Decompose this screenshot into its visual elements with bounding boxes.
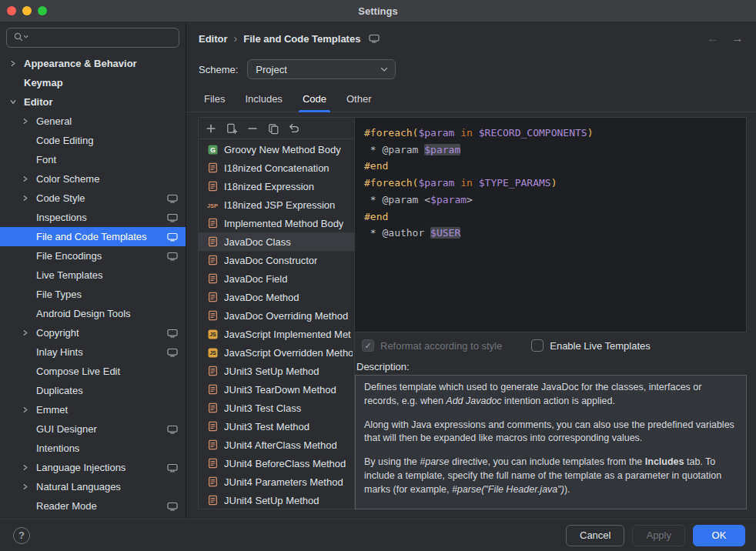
- ok-button[interactable]: OK: [693, 525, 745, 546]
- sidebar-item-reader-mode[interactable]: Reader Mode: [0, 496, 186, 516]
- sidebar-item-natural-languages[interactable]: Natural Languages: [0, 477, 186, 496]
- template-item-i18nized-concatenation[interactable]: I18nized Concatenation: [199, 159, 354, 177]
- template-item-implemented-method-body[interactable]: Implemented Method Body: [199, 214, 354, 232]
- template-item-junit3-setup-method[interactable]: JUnit3 SetUp Method: [199, 362, 354, 380]
- code-line: #foreach($param in $RECORD_COMPONENTS): [364, 125, 737, 142]
- chevron-right-icon[interactable]: [22, 195, 36, 202]
- chevron-right-icon[interactable]: [22, 464, 36, 471]
- add-icon[interactable]: [203, 121, 219, 136]
- sidebar-item-file-and-code-templates[interactable]: File and Code Templates: [0, 227, 186, 246]
- scheme-select[interactable]: Project: [247, 59, 396, 79]
- template-item-junit4-beforeclass-method[interactable]: JUnit4 BeforeClass Method: [199, 454, 354, 473]
- sidebar-item-gui-designer[interactable]: GUI Designer: [0, 419, 186, 439]
- chevron-right-icon[interactable]: [22, 329, 36, 336]
- template-item-javascript-overridden-metho[interactable]: JSJavaScript Overridden Metho: [199, 343, 354, 362]
- enable-live-templates-checkbox[interactable]: Enable Live Templates: [531, 339, 651, 352]
- breadcrumb-item-file-and-code-templates[interactable]: File and Code Templates: [243, 33, 360, 45]
- footer-buttons: CancelApplyOK: [566, 525, 745, 546]
- sidebar-item-live-templates[interactable]: Live Templates: [0, 265, 186, 285]
- template-item-junit4-setup-method[interactable]: JUnit4 SetUp Method: [199, 491, 354, 509]
- code-line: #foreach($param in $TYPE_PARAMS): [364, 175, 737, 192]
- template-item-javadoc-constructor[interactable]: JavaDoc Constructor: [199, 251, 354, 269]
- chevron-right-icon[interactable]: [22, 406, 36, 413]
- back-arrow-button[interactable]: ←: [707, 32, 719, 45]
- sidebar-item-label: File and Code Templates: [36, 231, 147, 242]
- template-icon: [206, 384, 219, 395]
- template-item-i18nized-expression[interactable]: I18nized Expression: [199, 177, 354, 195]
- chevron-right-icon[interactable]: [22, 118, 36, 125]
- sidebar-item-color-scheme[interactable]: Color Scheme: [0, 169, 186, 189]
- sidebar-item-copyright[interactable]: Copyright: [0, 323, 186, 342]
- template-item-junit4-afterclass-method[interactable]: JUnit4 AfterClass Method: [199, 436, 354, 454]
- template-item-junit3-teardown-method[interactable]: JUnit3 TearDown Method: [199, 380, 354, 399]
- chevron-down-icon[interactable]: [10, 99, 24, 105]
- reformat-checkbox[interactable]: Reformat according to style: [362, 339, 502, 352]
- revert-icon[interactable]: [286, 121, 302, 136]
- sidebar-item-keymap[interactable]: Keymap: [0, 73, 186, 92]
- sidebar-item-emmet[interactable]: Emmet: [0, 400, 186, 419]
- template-editor[interactable]: #foreach($param in $RECORD_COMPONENTS) *…: [355, 117, 747, 332]
- template-item-javadoc-overriding-method[interactable]: JavaDoc Overriding Method: [199, 306, 354, 325]
- tab-other[interactable]: Other: [336, 85, 382, 112]
- sidebar-item-label: Font: [36, 154, 56, 165]
- sidebar-item-inspections[interactable]: Inspections: [0, 208, 186, 227]
- sidebar-item-label: Appearance & Behavior: [24, 58, 137, 69]
- window-title: Settings: [0, 5, 756, 17]
- sidebar-item-compose-live-edit[interactable]: Compose Live Edit: [0, 362, 186, 381]
- sidebar-item-font[interactable]: Font: [0, 150, 186, 169]
- tab-files[interactable]: Files: [194, 85, 235, 112]
- sidebar-item-inlay-hints[interactable]: Inlay Hints: [0, 342, 186, 362]
- sidebar-item-language-injections[interactable]: Language Injections: [0, 458, 186, 477]
- chevron-right-icon[interactable]: [10, 60, 24, 67]
- minimize-button[interactable]: [22, 6, 32, 15]
- sidebar-item-duplicates[interactable]: Duplicates: [0, 381, 186, 400]
- template-icon: [206, 495, 219, 506]
- apply-button: Apply: [632, 525, 685, 546]
- chevron-right-icon[interactable]: [22, 483, 36, 490]
- add-child-icon[interactable]: [224, 121, 239, 136]
- help-button[interactable]: ?: [13, 527, 30, 544]
- sidebar-item-file-encodings[interactable]: File Encodings: [0, 246, 186, 265]
- sidebar-item-code-editing[interactable]: Code Editing: [0, 131, 186, 150]
- js-icon: JS: [206, 329, 219, 339]
- template-item-javadoc-class[interactable]: JavaDoc Class: [199, 232, 354, 251]
- template-item-label: JavaDoc Class: [224, 236, 291, 248]
- cancel-button[interactable]: Cancel: [566, 525, 624, 546]
- remove-icon[interactable]: [245, 121, 260, 136]
- search-box[interactable]: [6, 28, 179, 48]
- template-item-i18nized-jsp-expression[interactable]: JSPI18nized JSP Expression: [199, 195, 354, 214]
- sidebar-item-file-types[interactable]: File Types: [0, 285, 186, 304]
- template-item-javadoc-field[interactable]: JavaDoc Field: [199, 269, 354, 288]
- template-item-label: JavaDoc Field: [224, 273, 287, 285]
- template-item-javascript-implemented-met[interactable]: JSJavaScript Implemented Met: [199, 325, 354, 343]
- sidebar-item-label: Code Style: [36, 192, 85, 204]
- settings-search-input[interactable]: [34, 32, 172, 44]
- sidebar-item-label: GUI Designer: [36, 423, 97, 435]
- template-item-junit4-parameters-method[interactable]: JUnit4 Parameters Method: [199, 473, 354, 491]
- sidebar-item-appearance-behavior[interactable]: Appearance & Behavior: [0, 54, 186, 73]
- jsp-icon: JSP: [206, 200, 219, 210]
- zoom-button[interactable]: [38, 6, 47, 15]
- tab-code[interactable]: Code: [293, 85, 336, 112]
- template-item-junit3-test-method[interactable]: JUnit3 Test Method: [199, 417, 354, 436]
- duplicate-icon[interactable]: [266, 121, 281, 136]
- code-line: #end: [364, 158, 737, 175]
- template-item-junit3-test-class[interactable]: JUnit3 Test Class: [199, 399, 354, 417]
- sidebar-item-intentions[interactable]: Intentions: [0, 439, 186, 458]
- tab-label: Code: [303, 93, 326, 105]
- sidebar-item-general[interactable]: General: [0, 112, 186, 131]
- chevron-right-icon[interactable]: [22, 175, 36, 182]
- close-button[interactable]: [7, 6, 16, 15]
- template-item-javadoc-method[interactable]: JavaDoc Method: [199, 288, 354, 306]
- sidebar-item-label: Inspections: [36, 212, 87, 223]
- template-item-groovy-new-method-body[interactable]: GGroovy New Method Body: [199, 140, 354, 159]
- description-panel[interactable]: Defines template which used to generate …: [355, 375, 747, 509]
- forward-arrow-button[interactable]: →: [731, 32, 744, 45]
- tab-includes[interactable]: Includes: [235, 85, 292, 112]
- template-icon: [206, 476, 219, 487]
- sidebar-item-label: Inlay Hints: [36, 346, 83, 358]
- sidebar-item-android-design-tools[interactable]: Android Design Tools: [0, 304, 186, 323]
- breadcrumb-item-editor[interactable]: Editor: [199, 33, 228, 45]
- sidebar-item-editor[interactable]: Editor: [0, 92, 186, 112]
- sidebar-item-code-style[interactable]: Code Style: [0, 189, 186, 208]
